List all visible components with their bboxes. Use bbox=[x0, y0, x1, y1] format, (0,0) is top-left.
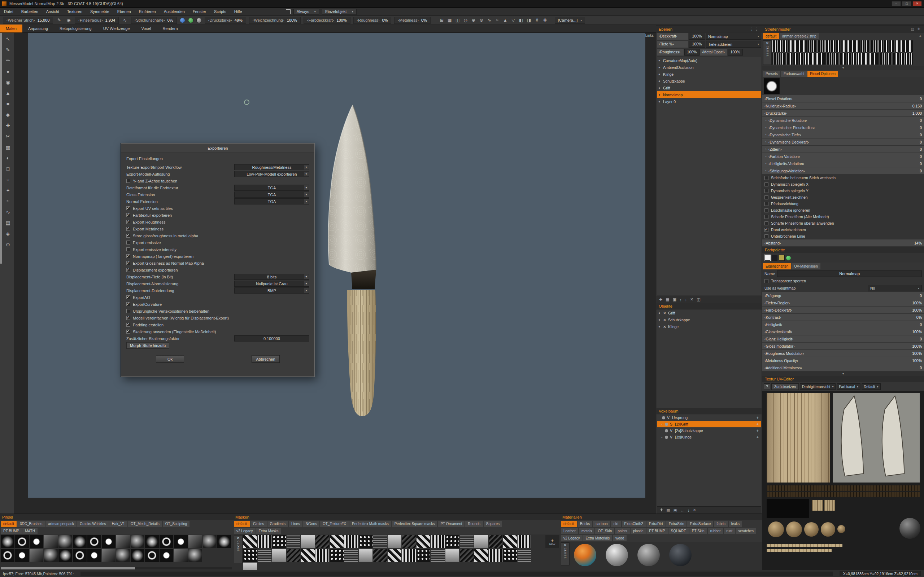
pen-icon[interactable]: ✎ bbox=[56, 17, 63, 23]
voxel-root[interactable]: - V Ursprung + bbox=[657, 414, 761, 421]
material-category-tab[interactable]: PT BUMP bbox=[646, 528, 667, 534]
thumbnail[interactable] bbox=[879, 40, 895, 52]
material-category-tab[interactable]: SQUARE bbox=[669, 528, 689, 534]
checkbox-icon[interactable] bbox=[764, 176, 769, 180]
dialog-row[interactable]: Farbtextur exportieren ▾ bbox=[126, 212, 309, 219]
tree-toggle-icon[interactable]: - bbox=[661, 429, 665, 433]
object-row[interactable]: ● ✕ Griff bbox=[657, 309, 761, 316]
property-slider[interactable]: ‹Tiefen-Regler› 100% bbox=[762, 299, 924, 306]
dialog-dropdown[interactable]: TGA ▾ bbox=[234, 198, 309, 205]
option-checkbox[interactable]: Pfadausrichtung bbox=[762, 200, 924, 207]
chevron-down-icon[interactable]: ▾ bbox=[304, 172, 309, 176]
layer-action-icon[interactable]: ▣ bbox=[673, 297, 677, 302]
close-panel-button[interactable]: ✕ CLOSE bbox=[234, 535, 242, 563]
collapse-handle[interactable]: ▾ bbox=[762, 371, 924, 376]
left-tool-icon[interactable]: ∿ bbox=[3, 206, 13, 218]
tree-toggle-icon[interactable]: - bbox=[658, 416, 662, 420]
layer-row[interactable]: ● Klinge bbox=[657, 71, 761, 77]
delete-icon[interactable]: ✕ bbox=[663, 324, 668, 329]
brush-category-tab[interactable]: MATH bbox=[23, 528, 37, 534]
visibility-icon[interactable]: ● bbox=[658, 93, 663, 97]
toolbar-icon[interactable]: ⊕ bbox=[470, 17, 477, 23]
thumbnail[interactable] bbox=[58, 549, 72, 562]
dialog-dropdown[interactable]: Roughness/Metalness ▾ bbox=[234, 164, 309, 170]
brush-category-tab[interactable]: 3DC_Brushes bbox=[17, 521, 45, 527]
chevron-down-icon[interactable]: ▾ bbox=[304, 288, 309, 293]
uv-island-stick[interactable] bbox=[767, 549, 832, 552]
option-slider[interactable]: ‹Zittern› 0 bbox=[762, 146, 924, 153]
dialog-dropdown[interactable]: TGA ▾ bbox=[234, 192, 309, 198]
dialog-row[interactable]: Zusätzlicher Skalierungsfaktor 0.100000 … bbox=[126, 335, 309, 342]
material-category-tab[interactable]: dirt bbox=[611, 521, 621, 527]
option-slider[interactable]: ‹Druckstärke› 1,000 bbox=[762, 110, 924, 116]
chevron-down-icon[interactable]: ▾ bbox=[304, 274, 309, 279]
thumbnail[interactable] bbox=[15, 535, 29, 548]
option-slider[interactable]: ‹Dynamische Deckkraft› 0 bbox=[762, 139, 924, 145]
dialog-row[interactable]: Dateiformat für die Farbtextur TGA ▾ bbox=[126, 184, 309, 191]
thumbnail[interactable] bbox=[243, 562, 257, 570]
visibility-icon[interactable]: ● bbox=[658, 59, 663, 62]
dropper-icon[interactable]: ◉ bbox=[65, 17, 72, 23]
material-category-tab[interactable]: default bbox=[561, 521, 577, 527]
brush-field-strichunschaerfe[interactable]: ‹Strichunschärfe›0% bbox=[131, 17, 177, 24]
thumbnail[interactable] bbox=[373, 549, 387, 562]
checkbox-icon[interactable] bbox=[126, 330, 130, 334]
layer-action-icon[interactable]: ↓ bbox=[685, 298, 687, 302]
material-category-tab[interactable]: ExtraCloth2 bbox=[622, 521, 646, 527]
checkbox-icon[interactable] bbox=[126, 179, 130, 183]
material-category-tab[interactable]: Extra Materials bbox=[583, 535, 612, 541]
stroke-icon[interactable]: ∿ bbox=[122, 17, 128, 23]
checkbox-icon[interactable] bbox=[126, 213, 130, 217]
ok-button[interactable]: Ok bbox=[156, 355, 184, 363]
chevron-down-icon[interactable]: ▾ bbox=[304, 281, 309, 286]
toolbar-icon[interactable]: ∿ bbox=[486, 17, 493, 23]
color-none-icon[interactable] bbox=[196, 18, 202, 23]
help-button[interactable]: ? bbox=[764, 384, 770, 390]
toolbar-icon[interactable]: ◎ bbox=[462, 17, 469, 23]
dialog-row[interactable]: Displacement exportieren ▾ bbox=[126, 266, 309, 273]
layer-row[interactable]: ● Griff bbox=[657, 84, 761, 91]
channel-dropdown[interactable]: Farbkanal▾ bbox=[837, 384, 860, 390]
thumbnail[interactable] bbox=[116, 549, 130, 562]
voxel-action-icon[interactable]: ✚ bbox=[660, 508, 663, 513]
voxel-action-icon[interactable]: ↔ bbox=[680, 508, 684, 513]
metal-opacity-value[interactable]: 100% bbox=[728, 49, 743, 56]
dialog-row[interactable]: Export Metalness ▾ bbox=[126, 226, 309, 232]
thumbnail[interactable] bbox=[315, 549, 329, 562]
left-tool-icon[interactable]: ▤ bbox=[3, 218, 13, 228]
option-checkbox[interactable]: Scharfe Pinselform (Alte Methode) bbox=[762, 213, 924, 220]
material-category-tab[interactable]: rust bbox=[724, 528, 735, 534]
left-tool-icon[interactable]: ▲ bbox=[3, 88, 13, 98]
thumbnail[interactable] bbox=[388, 549, 401, 562]
deckkraft-label[interactable]: ‹Deckkraft› bbox=[657, 33, 688, 40]
left-tool-icon[interactable]: □ bbox=[3, 163, 13, 174]
dialog-dropdown[interactable]: BMP ▾ bbox=[234, 287, 309, 293]
thumbnail[interactable] bbox=[474, 535, 488, 548]
chevron-down-icon[interactable]: ▾ bbox=[304, 185, 309, 190]
property-slider[interactable]: ‹Farb-Deckkraft› 100% bbox=[762, 306, 924, 313]
uv-island-stick[interactable] bbox=[767, 544, 842, 547]
object-mode-dropdown[interactable]: Einzelobjekt▾ bbox=[322, 9, 357, 15]
material-category-tab[interactable]: v2 Legacy bbox=[561, 535, 583, 541]
thumbnail[interactable] bbox=[772, 40, 789, 52]
uv-island-wood-tile[interactable] bbox=[824, 500, 835, 511]
dialog-row[interactable]: Export UV sets as tiles ▾ bbox=[126, 205, 309, 212]
deckkraft-value[interactable]: 100% bbox=[689, 33, 705, 40]
thumbnail[interactable] bbox=[145, 535, 159, 548]
voxel-action-icon[interactable]: ▣ bbox=[674, 508, 677, 513]
thumbnail[interactable] bbox=[446, 549, 459, 562]
checkbox-icon[interactable] bbox=[126, 316, 130, 320]
environment-sphere[interactable] bbox=[900, 518, 921, 539]
layer-name-input[interactable]: Normalmap bbox=[777, 271, 922, 277]
add-icon[interactable]: + bbox=[756, 435, 760, 439]
dialog-row[interactable]: Displacement-Normalisierung Nullpunkt is… bbox=[126, 280, 309, 287]
horizontal-scrollbar[interactable] bbox=[1, 567, 232, 569]
thumbnail[interactable] bbox=[460, 549, 473, 562]
dialog-title[interactable]: Exportieren bbox=[121, 143, 314, 153]
collapse-handle[interactable]: ▾ bbox=[762, 66, 924, 70]
checkbox-icon[interactable] bbox=[126, 247, 130, 251]
thumbnail[interactable] bbox=[825, 53, 842, 64]
checkbox-icon[interactable] bbox=[764, 279, 769, 283]
brush-field-metalness[interactable]: ‹Metalness›0% bbox=[394, 17, 430, 24]
menu-item[interactable]: Einfrieren bbox=[135, 8, 160, 16]
